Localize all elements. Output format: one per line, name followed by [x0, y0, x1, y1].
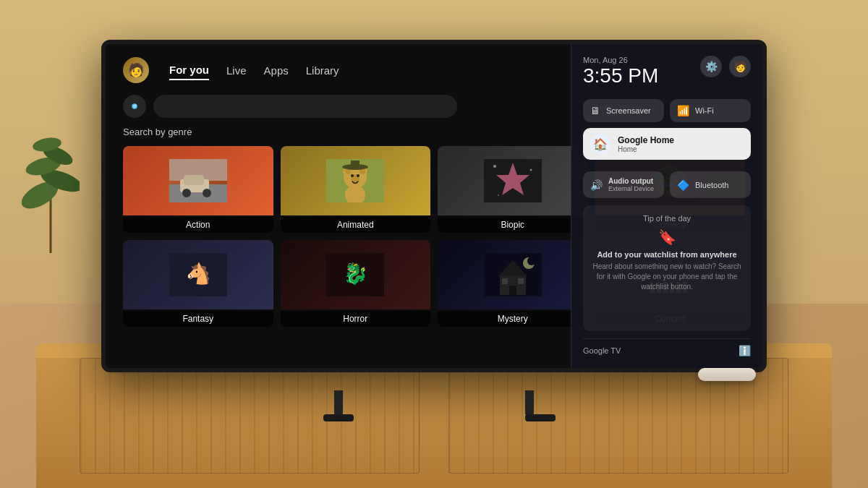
- chromecast-device: [698, 368, 756, 381]
- mystery-label: Mystery: [438, 311, 588, 327]
- svg-point-30: [493, 165, 496, 168]
- plant-decoration: [22, 108, 80, 253]
- svg-point-14: [182, 189, 191, 197]
- tv-screen: 🧑 For you Live Apps Library: [106, 44, 762, 368]
- action-label: Action: [123, 217, 273, 233]
- panel-icons: ⚙️ 🧑: [700, 56, 751, 77]
- google-home-subtitle: Home: [618, 145, 674, 153]
- svg-point-51: [527, 257, 536, 265]
- svg-rect-48: [502, 278, 508, 284]
- tip-label: Tip of the day: [643, 214, 691, 223]
- audio-output-button[interactable]: 🔊 Audio output External Device: [583, 171, 664, 198]
- panel-date: Mon, Aug 26: [583, 56, 658, 64]
- svg-text:🐉: 🐉: [343, 262, 368, 286]
- audio-subtitle: External Device: [608, 185, 654, 192]
- tv-frame: 🧑 For you Live Apps Library: [101, 40, 767, 372]
- tip-description: Heard about something new to watch? Sear…: [592, 262, 742, 292]
- svg-rect-49: [518, 278, 524, 284]
- tip-icon: 🔖: [658, 228, 676, 246]
- tv-stand-foot-right: [525, 414, 556, 421]
- user-avatar[interactable]: 🧑: [123, 57, 149, 83]
- nav-library[interactable]: Library: [306, 61, 339, 80]
- tip-title: Add to your watchlist from anywhere: [597, 250, 736, 259]
- genre-card-biopic[interactable]: Biopic: [438, 146, 588, 233]
- google-home-card[interactable]: 🏠 Google Home Home: [583, 128, 751, 160]
- user-icon[interactable]: 🧑: [729, 56, 751, 77]
- bluetooth-icon: 🔷: [677, 179, 689, 191]
- genre-card-fantasy[interactable]: 🐴 Fantasy: [123, 240, 273, 327]
- footer-label: Google TV: [583, 346, 621, 355]
- screensaver-label: Screensaver: [606, 106, 651, 115]
- wifi-icon: 📶: [677, 105, 689, 116]
- main-nav: For you Live Apps Library: [169, 61, 339, 80]
- horror-label: Horror: [281, 311, 431, 327]
- tv-container: 🧑 For you Live Apps Library: [101, 40, 767, 394]
- audio-icon: 🔊: [590, 179, 603, 191]
- svg-point-8: [135, 104, 136, 106]
- screensaver-icon: 🖥: [590, 105, 600, 116]
- genre-card-animated[interactable]: Animated: [281, 146, 431, 233]
- svg-point-24: [357, 174, 359, 177]
- tv-stand-foot-left: [323, 414, 354, 421]
- audio-label: Audio output: [608, 177, 654, 185]
- nav-apps[interactable]: Apps: [264, 61, 289, 80]
- screensaver-button[interactable]: 🖥 Screensaver: [583, 99, 664, 122]
- google-home-icon: 🏠: [590, 134, 610, 154]
- tip-section: Tip of the day 🔖 Add to your watchlist f…: [583, 205, 751, 331]
- right-panel: Mon, Aug 26 3:55 PM ⚙️ 🧑 🖥 Screensaver: [571, 44, 762, 368]
- svg-text:🐴: 🐴: [185, 262, 210, 286]
- animated-label: Animated: [281, 217, 431, 233]
- bluetooth-label: Bluetooth: [695, 181, 728, 189]
- panel-time: 3:55 PM: [583, 64, 658, 87]
- search-bar[interactable]: [153, 95, 457, 118]
- genre-card-mystery[interactable]: Mystery: [438, 240, 588, 327]
- info-icon[interactable]: ℹ️: [739, 345, 751, 356]
- panel-header: Mon, Aug 26 3:55 PM ⚙️ 🧑: [583, 56, 751, 96]
- svg-rect-47: [509, 286, 516, 295]
- svg-point-31: [529, 169, 532, 171]
- quick-settings: 🖥 Screensaver 📶 Wi-Fi 🏠 Google Home: [583, 99, 751, 198]
- wifi-button[interactable]: 📶 Wi-Fi: [670, 99, 751, 122]
- fantasy-label: Fantasy: [123, 311, 273, 327]
- svg-rect-13: [184, 175, 204, 185]
- nav-live[interactable]: Live: [226, 61, 247, 80]
- bluetooth-button[interactable]: 🔷 Bluetooth: [670, 171, 751, 198]
- settings-icon[interactable]: ⚙️: [700, 56, 722, 77]
- tv-stand-left: [334, 390, 343, 416]
- svg-point-32: [498, 194, 499, 196]
- google-assistant-icon[interactable]: [123, 95, 146, 118]
- room: 🧑 For you Live Apps Library: [0, 0, 868, 488]
- tv-stand-right: [525, 390, 534, 416]
- genre-card-horror[interactable]: 🐉 Horror: [281, 240, 431, 327]
- svg-point-15: [203, 189, 211, 197]
- svg-rect-26: [351, 160, 359, 168]
- svg-point-23: [351, 174, 354, 177]
- wifi-label: Wi-Fi: [695, 106, 714, 115]
- google-home-name: Google Home: [618, 135, 674, 145]
- nav-for-you[interactable]: For you: [169, 61, 209, 80]
- genre-card-action[interactable]: Action: [123, 146, 273, 233]
- biopic-label: Biopic: [438, 217, 588, 233]
- panel-footer: Google TV ℹ️: [583, 338, 751, 356]
